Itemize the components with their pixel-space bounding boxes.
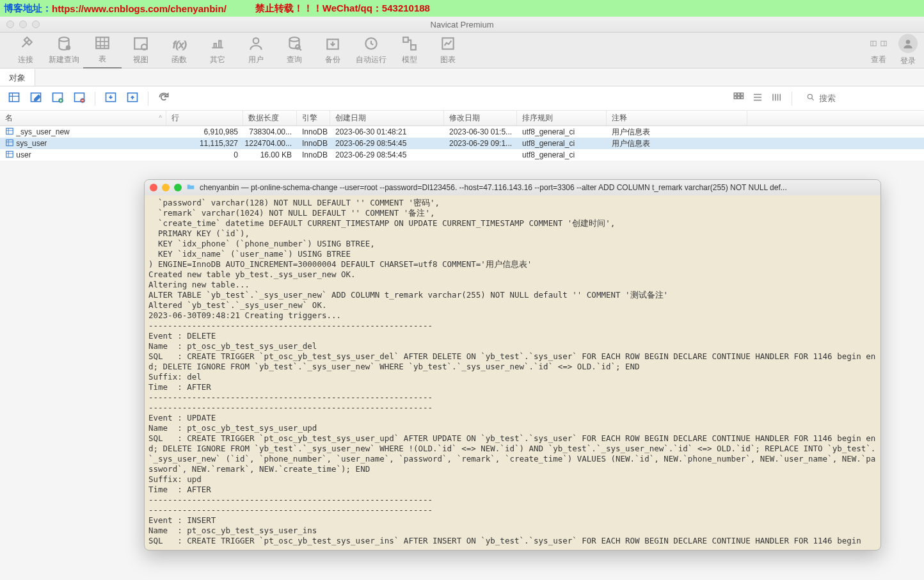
tb-other[interactable]: 其它 — [198, 33, 237, 68]
fx-icon: f(x) — [171, 35, 187, 52]
td-engine: InnoDB — [297, 139, 330, 148]
tab-objects[interactable]: 对象 — [0, 68, 35, 86]
svg-rect-30 — [741, 97, 744, 99]
th-dlen[interactable]: 数据长度 — [243, 111, 297, 125]
tb-login[interactable]: 登录 — [898, 33, 918, 68]
tb-label: 视图 — [133, 54, 148, 65]
mini-toolbar — [0, 86, 924, 111]
td-rows: 6,910,985 — [166, 127, 243, 136]
import-icon[interactable] — [104, 91, 117, 106]
tb-view-mode[interactable]: 查看 — [870, 33, 887, 68]
svg-rect-33 — [6, 140, 13, 145]
th-created[interactable]: 创建日期 — [330, 111, 444, 125]
grid-view-icon[interactable] — [733, 92, 744, 105]
td-name: user — [16, 150, 31, 159]
svg-rect-28 — [734, 97, 737, 99]
table-row[interactable]: sys_user 11,115,327 1224704.00... InnoDB… — [0, 138, 924, 149]
th-modified[interactable]: 修改日期 — [444, 111, 517, 125]
plug-icon — [17, 35, 34, 52]
th-name[interactable]: 名 — [0, 111, 166, 125]
tb-function[interactable]: f(x) 函数 — [160, 33, 198, 68]
term-close-button[interactable] — [150, 184, 157, 191]
svg-point-7 — [289, 37, 299, 42]
new-table-icon[interactable] — [51, 91, 64, 106]
tb-user[interactable]: 用户 — [237, 33, 275, 68]
tb-model[interactable]: 模型 — [390, 33, 429, 68]
th-engine[interactable]: 引擎 — [297, 111, 330, 125]
minimize-button[interactable] — [19, 20, 27, 28]
td-modified: 2023-06-29 09:1... — [444, 139, 517, 148]
panels-icon — [870, 35, 887, 52]
list-view-icon[interactable] — [752, 92, 763, 105]
tb-chart[interactable]: 图表 — [429, 33, 467, 68]
design-table-icon[interactable] — [29, 91, 42, 106]
td-rows: 0 — [166, 150, 243, 159]
table-row-icon — [5, 127, 14, 138]
avatar-icon — [898, 34, 918, 53]
td-created: 2023-06-30 01:48:21 — [330, 127, 444, 136]
tb-login-label: 登录 — [900, 56, 916, 67]
tb-auto[interactable]: 自动运行 — [352, 33, 390, 68]
tb-backup[interactable]: 备份 — [314, 33, 352, 68]
tb-table[interactable]: 表 — [83, 33, 122, 68]
tabs: 对象 — [0, 68, 924, 86]
tb-view-label: 查看 — [871, 54, 886, 65]
backup-icon — [324, 35, 341, 52]
tb-label: 连接 — [18, 54, 33, 65]
folder-icon — [186, 182, 195, 193]
td-name: sys_user — [16, 139, 47, 148]
search-input[interactable] — [819, 93, 909, 103]
search-db-icon — [286, 35, 303, 52]
th-comment[interactable]: 注释 — [607, 111, 747, 125]
tb-label: 图表 — [440, 54, 456, 65]
svg-point-0 — [59, 37, 68, 42]
tb-label: 表 — [99, 54, 106, 65]
term-zoom-button[interactable] — [174, 184, 182, 191]
td-modified: 2023-06-30 01:5... — [444, 127, 517, 136]
terminal-title: chenyanbin — pt-online-schema-change --u… — [200, 183, 875, 192]
td-name: _sys_user_new — [16, 127, 69, 136]
svg-rect-29 — [738, 97, 740, 99]
svg-point-31 — [808, 94, 812, 99]
th-rows[interactable]: 行 — [166, 111, 243, 125]
title-bar: Navicat Premium — [0, 17, 924, 33]
terminal-window[interactable]: chenyanbin — pt-online-schema-change --u… — [144, 179, 881, 551]
tb-connect[interactable]: 连接 — [6, 33, 45, 68]
svg-point-16 — [906, 40, 911, 44]
svg-rect-12 — [411, 45, 416, 50]
search-box[interactable] — [801, 92, 916, 105]
export-icon[interactable] — [126, 91, 139, 106]
window-controls — [0, 20, 40, 28]
tb-query[interactable]: 查询 — [275, 33, 314, 68]
zoom-button[interactable] — [32, 20, 40, 28]
refresh-icon[interactable] — [157, 91, 170, 106]
close-button[interactable] — [6, 20, 14, 28]
table-icon — [94, 35, 111, 51]
terminal-title-bar[interactable]: chenyanbin — pt-online-schema-change --u… — [145, 180, 880, 195]
table-row[interactable]: user 0 16.00 KB InnoDB 2023-06-29 08:54:… — [0, 149, 924, 161]
terminal-body[interactable]: `password` varchar(128) NOT NULL DEFAULT… — [145, 195, 880, 551]
detail-view-icon[interactable] — [771, 92, 783, 105]
table-row[interactable]: _sys_user_new 6,910,985 738304.00... Inn… — [0, 126, 924, 138]
watermark-blog-label: 博客地址： — [4, 3, 52, 15]
th-collation[interactable]: 排序规则 — [517, 111, 607, 125]
tb-view[interactable]: 视图 — [122, 33, 160, 68]
svg-rect-14 — [871, 41, 876, 46]
svg-rect-17 — [10, 93, 19, 101]
tb-new-query[interactable]: 新建查询 — [45, 33, 83, 68]
td-collation: utf8_general_ci — [517, 139, 607, 148]
open-table-icon[interactable] — [8, 91, 20, 106]
term-minimize-button[interactable] — [162, 184, 170, 191]
td-created: 2023-06-29 08:54:45 — [330, 139, 444, 148]
svg-rect-2 — [96, 37, 109, 48]
svg-rect-25 — [734, 93, 737, 95]
tb-label: 新建查询 — [49, 54, 79, 65]
tb-label: 用户 — [248, 54, 264, 65]
watermark-bar: 博客地址： https://www.cnblogs.com/chenyanbin… — [0, 0, 924, 17]
td-comment: 用户信息表 — [607, 138, 747, 149]
svg-text:f(x): f(x) — [173, 39, 187, 50]
delete-table-icon[interactable] — [73, 91, 86, 106]
user-icon — [248, 35, 264, 52]
td-engine: InnoDB — [297, 127, 330, 136]
td-dlen: 16.00 KB — [243, 150, 297, 159]
